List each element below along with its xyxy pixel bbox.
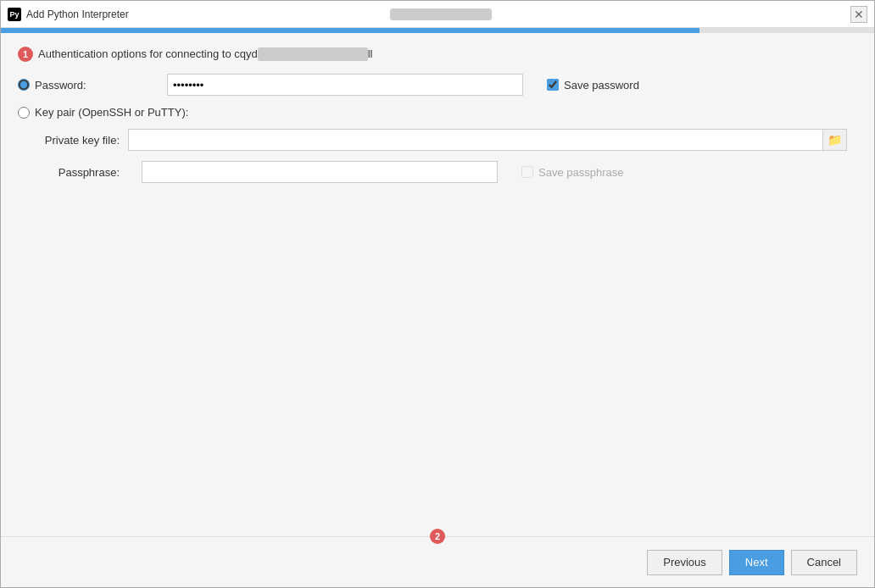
window-title: Add Python Interpreter [26, 8, 385, 20]
close-button[interactable]: ✕ [850, 6, 867, 23]
section-header: 1 Authentication options for connecting … [18, 47, 857, 62]
folder-icon: 📁 [828, 133, 842, 147]
cancel-button[interactable]: Cancel [791, 550, 857, 575]
step-badge-1: 1 [18, 47, 33, 62]
save-password-checkbox-row: Save password [547, 79, 639, 92]
password-row: Password: Save password [18, 74, 857, 96]
title-blurred [390, 8, 492, 20]
password-label: Password: [35, 79, 86, 92]
password-input[interactable] [167, 74, 523, 96]
dialog-content: 1 Authentication options for connecting … [1, 33, 874, 536]
section-title: Authentication options for connecting to… [38, 47, 373, 62]
previous-button[interactable]: Previous [647, 550, 722, 575]
password-radio-label[interactable]: Password: [18, 79, 153, 92]
passphrase-label: Passphrase: [35, 166, 128, 179]
browse-button[interactable]: 📁 [823, 129, 847, 151]
save-password-checkbox[interactable] [547, 79, 559, 91]
save-passphrase-checkbox[interactable] [521, 166, 533, 178]
save-password-label[interactable]: Save password [564, 79, 639, 92]
keypair-radio-label[interactable]: Key pair (OpenSSH or PuTTY): [18, 106, 188, 119]
next-button[interactable]: Next [729, 550, 784, 575]
passphrase-row: Passphrase: Save passphrase [18, 161, 857, 183]
dialog-footer: 2 Previous Next Cancel [1, 536, 874, 587]
password-radio[interactable] [18, 79, 30, 91]
keypair-label: Key pair (OpenSSH or PuTTY): [35, 106, 188, 119]
title-bar: Py Add Python Interpreter ✕ [1, 1, 874, 28]
private-key-row: Private key file: 📁 [18, 129, 857, 151]
passphrase-input[interactable] [142, 161, 498, 183]
keypair-radio[interactable] [18, 107, 30, 119]
save-passphrase-checkbox-row: Save passphrase [521, 166, 623, 179]
private-key-input[interactable] [128, 129, 823, 151]
keypair-row: Key pair (OpenSSH or PuTTY): [18, 106, 857, 119]
step-badge-2: 2 [430, 529, 445, 544]
private-key-input-group: 📁 [128, 129, 847, 151]
footer-badge-container: 2 [430, 529, 445, 544]
save-passphrase-label: Save passphrase [538, 166, 623, 179]
main-window: Py Add Python Interpreter ✕ 1 Authentica… [0, 0, 875, 588]
app-logo: Py [8, 8, 21, 21]
private-key-label: Private key file: [35, 134, 128, 147]
